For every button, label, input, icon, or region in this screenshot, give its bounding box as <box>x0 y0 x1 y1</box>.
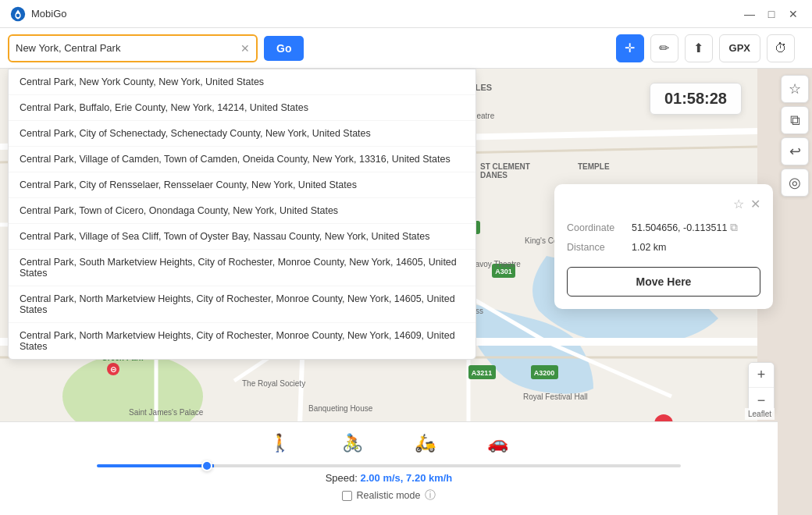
sidebar-star-button[interactable]: ☆ <box>781 75 809 103</box>
crosshair-button[interactable]: ✛ <box>616 34 644 62</box>
walk-icon: 🚶 <box>269 433 290 453</box>
location-card-header: ☆ ✕ <box>567 197 760 211</box>
move-here-button[interactable]: Move Here <box>567 267 760 297</box>
zoom-controls: + − <box>748 362 775 414</box>
card-close-button[interactable]: ✕ <box>750 197 760 211</box>
transport-mode-car[interactable]: 🚗 <box>481 430 515 456</box>
search-input[interactable] <box>16 42 237 54</box>
map-label-royalfestival: Royal Festival Hall <box>523 392 588 401</box>
sidebar-bookmark-button[interactable]: ⧉ <box>781 106 809 134</box>
speed-value: 2.00 m/s, 7.20 km/h <box>361 472 453 484</box>
map-label-savoy: Savoy Theatre <box>470 260 521 268</box>
svg-text:A3200: A3200 <box>534 369 555 377</box>
distance-label: Distance <box>567 242 625 253</box>
coordinate-value: 51.504656, -0.113511 ⧉ <box>632 221 738 234</box>
svg-point-1 <box>16 13 20 17</box>
autocomplete-item[interactable]: Central Park, Buffalo, Erie County, New … <box>9 95 475 121</box>
speed-label: Speed: 2.00 m/s, 7.20 km/h <box>326 472 453 484</box>
share-icon: ⬆ <box>693 41 703 55</box>
app-logo: MobiGo <box>9 5 67 23</box>
map-label-stclementdanes: ST CLEMENTDANES <box>480 162 530 179</box>
right-sidebar: ☆ ⧉ ↩ ◎ <box>778 69 812 203</box>
speed-slider-thumb <box>201 460 212 471</box>
toolbar: ✕ Go ✛ ✏ ⬆ GPX ⏱ <box>0 28 812 69</box>
card-close-icon: ✕ <box>750 197 760 211</box>
clear-search-button[interactable]: ✕ <box>240 42 250 55</box>
leaflet-credit: Leaflet <box>745 408 775 420</box>
map-label-royalsociety: The Royal Society <box>242 379 305 388</box>
titlebar: MobiGo — □ ✕ <box>0 0 812 28</box>
draw-icon: ✏ <box>659 41 669 55</box>
app-title: MobiGo <box>31 8 67 20</box>
autocomplete-dropdown: Central Park, New York County, New York,… <box>8 69 476 360</box>
speed-slider-row <box>91 464 688 467</box>
autocomplete-item[interactable]: Central Park, Village of Camden, Town of… <box>9 147 475 172</box>
history-icon: ⏱ <box>775 41 787 55</box>
distance-row: Distance 1.02 km <box>567 242 760 253</box>
autocomplete-item[interactable]: Central Park, North Marketview Heights, … <box>9 286 475 323</box>
autocomplete-item[interactable]: Central Park, North Marketview Heights, … <box>9 323 475 359</box>
autocomplete-item[interactable]: Central Park, New York County, New York,… <box>9 69 475 95</box>
car-icon: 🚗 <box>487 433 508 453</box>
sidebar-locate-button[interactable]: ◎ <box>781 169 809 197</box>
window-controls: — □ ✕ <box>740 5 803 23</box>
speed-slider[interactable] <box>97 464 682 467</box>
transport-modes: 🚶 🚴 🛵 🚗 <box>263 430 515 456</box>
transport-mode-walk[interactable]: 🚶 <box>263 430 297 456</box>
bike-icon: 🚴 <box>342 433 363 453</box>
app-logo-icon <box>9 5 27 23</box>
coordinate-label: Coordinate <box>567 222 625 233</box>
card-star-button[interactable]: ☆ <box>733 197 744 211</box>
draw-route-button[interactable]: ✏ <box>650 34 678 62</box>
map-label-stjames: Saint James's Palace <box>129 408 203 417</box>
share-button[interactable]: ⬆ <box>685 34 713 62</box>
star-icon: ☆ <box>789 80 801 98</box>
svg-text:A3211: A3211 <box>472 369 493 377</box>
svg-text:⊝: ⊝ <box>110 365 116 374</box>
sidebar-undo-button[interactable]: ↩ <box>781 137 809 165</box>
history-button[interactable]: ⏱ <box>767 34 795 62</box>
undo-icon: ↩ <box>789 143 801 160</box>
scooter-icon: 🛵 <box>415 433 436 453</box>
realistic-mode-info-icon[interactable]: ⓘ <box>425 488 436 503</box>
distance-value: 1.02 km <box>632 242 666 253</box>
realistic-mode-label: Realistic mode <box>357 490 421 501</box>
realistic-mode-row: Realistic mode ⓘ <box>342 488 436 503</box>
map-label-banqueting: Banqueting House <box>308 404 372 413</box>
main-content: A301 A3200 A3211 A3212 A4 A4200 A3211 ⊝ … <box>0 28 812 515</box>
maximize-button[interactable]: □ <box>762 5 781 23</box>
minimize-button[interactable]: — <box>740 5 759 23</box>
locate-icon: ◎ <box>789 174 801 191</box>
autocomplete-item[interactable]: Central Park, Village of Sea Cliff, Town… <box>9 224 475 250</box>
go-button[interactable]: Go <box>264 36 304 61</box>
transport-mode-bike[interactable]: 🚴 <box>336 430 369 456</box>
card-star-icon: ☆ <box>733 197 744 211</box>
realistic-mode-checkbox[interactable] <box>342 491 352 501</box>
svg-text:A301: A301 <box>495 268 512 275</box>
autocomplete-item[interactable]: Central Park, Town of Cicero, Onondaga C… <box>9 198 475 224</box>
autocomplete-item[interactable]: Central Park, City of Rensselaer, Rensse… <box>9 172 475 198</box>
copy-coordinate-button[interactable]: ⧉ <box>730 221 738 234</box>
transport-mode-scooter[interactable]: 🛵 <box>408 430 442 456</box>
bookmark-icon: ⧉ <box>790 112 800 129</box>
zoom-in-button[interactable]: + <box>749 363 774 388</box>
timer-display: 01:58:28 <box>650 83 742 115</box>
gpx-button[interactable]: GPX <box>719 34 760 62</box>
autocomplete-item[interactable]: Central Park, City of Schenectady, Schen… <box>9 121 475 147</box>
map-label-temple: TEMPLE <box>578 162 610 171</box>
transport-bar: 🚶 🚴 🛵 🚗 Speed: 2.00 m/s, 7.20 km/h Reali… <box>0 421 778 515</box>
crosshair-icon: ✛ <box>625 41 635 55</box>
close-button[interactable]: ✕ <box>784 5 803 23</box>
search-box: ✕ <box>8 34 258 62</box>
location-card: ☆ ✕ Coordinate 51.504656, -0.113511 ⧉ Di… <box>554 184 773 309</box>
coordinate-row: Coordinate 51.504656, -0.113511 ⧉ <box>567 221 760 234</box>
autocomplete-item[interactable]: Central Park, South Marketview Heights, … <box>9 250 475 286</box>
